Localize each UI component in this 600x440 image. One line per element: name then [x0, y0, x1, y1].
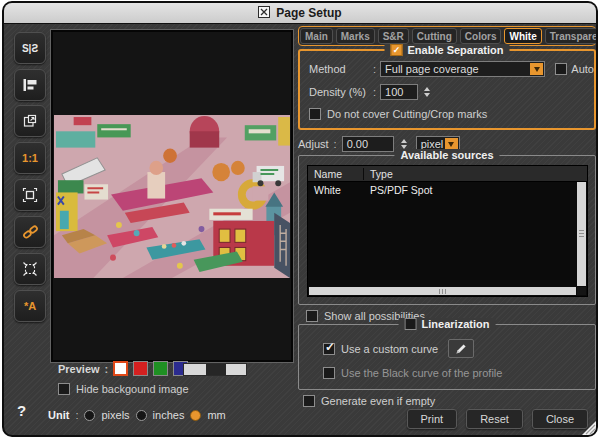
window-title: Page Setup	[276, 6, 341, 20]
tone-seg-3	[216, 364, 226, 375]
preview-label: Preview	[58, 363, 100, 375]
available-sources-group: Available sources Name Type White PS/PDF…	[298, 155, 596, 305]
preview-tone-strip[interactable]	[183, 363, 247, 376]
mirror-icon[interactable]: S|Ƨ	[14, 32, 46, 64]
method-row: Method : Full page coverage Auto	[309, 61, 594, 77]
density-label: Density (%)	[309, 86, 369, 98]
black-curve-row: Use the Black curve of the profile	[323, 367, 595, 379]
custom-curve-label[interactable]: Use a custom curve	[341, 343, 438, 355]
separation-legend: Enable Separation	[385, 44, 510, 56]
preview-panel	[50, 29, 294, 363]
tab-transparent[interactable]: Transparent	[545, 28, 598, 44]
preview-controls: Preview :	[58, 361, 188, 376]
adjust-colon: :	[334, 138, 337, 150]
title-bar[interactable]: Page Setup	[4, 3, 596, 24]
no-cover-row: Do not cover Cutting/Crop marks	[309, 108, 594, 120]
tab-cutting[interactable]: Cutting	[412, 28, 457, 44]
tab-white[interactable]: White	[504, 28, 541, 44]
one-to-one-icon[interactable]: 1:1	[14, 142, 46, 174]
generate-label[interactable]: Generate even if empty	[321, 395, 435, 407]
density-value: 100	[385, 86, 403, 98]
custom-curve-checkbox[interactable]	[323, 343, 335, 355]
auto-label[interactable]: Auto	[571, 63, 594, 75]
text-style-icon[interactable]: *A	[14, 290, 46, 322]
one-to-one-glyph: 1:1	[22, 152, 38, 164]
link-icon[interactable]	[14, 216, 46, 248]
align-left-icon[interactable]	[14, 69, 46, 101]
unit-option-mm[interactable]: mm	[207, 409, 225, 421]
swatch-white[interactable]	[113, 361, 128, 376]
dialog-content: S|Ƨ 1:1 *A	[4, 24, 596, 435]
black-curve-label[interactable]: Use the Black curve of the profile	[341, 367, 502, 379]
column-name[interactable]: Name	[308, 168, 364, 180]
close-button[interactable]: Close	[532, 409, 588, 429]
export-icon[interactable]	[14, 105, 46, 137]
scrollbar-corner	[577, 287, 586, 295]
separation-group: Enable Separation Method : Full page cov…	[298, 49, 596, 130]
sources-table-header: Name Type	[308, 166, 587, 182]
hide-background-checkbox[interactable]	[58, 383, 70, 395]
sources-table: Name Type White PS/PDF Spot	[307, 165, 588, 297]
reset-button[interactable]: Reset	[466, 409, 523, 429]
fit-page-icon[interactable]	[14, 179, 46, 211]
column-type[interactable]: Type	[364, 168, 393, 180]
linearization-checkbox[interactable]	[405, 318, 417, 330]
unit-radio-mm[interactable]	[190, 410, 201, 421]
row-type: PS/PDF Spot	[364, 184, 432, 196]
unit-radio-inches[interactable]	[136, 410, 147, 421]
tab-bar: Main Marks S&R Cutting Colors White Tran…	[298, 26, 596, 46]
adjust-value: 0.00	[347, 138, 368, 150]
swatch-red[interactable]	[133, 361, 148, 376]
density-input[interactable]: 100	[380, 84, 418, 100]
unit-label: Unit	[48, 409, 69, 421]
generate-checkbox[interactable]	[303, 395, 315, 407]
generate-row: Generate even if empty	[303, 395, 435, 407]
footer-buttons: Print Reset Close	[407, 409, 589, 429]
show-all-checkbox[interactable]	[306, 310, 318, 322]
adjust-input[interactable]: 0.00	[342, 136, 394, 152]
density-down-icon[interactable]	[424, 93, 430, 97]
table-row[interactable]: White PS/PDF Spot	[308, 182, 587, 197]
available-sources-legend: Available sources	[394, 149, 499, 161]
linearization-label[interactable]: Linearization	[422, 318, 490, 330]
auto-checkbox[interactable]	[555, 63, 567, 75]
tab-sr[interactable]: S&R	[378, 28, 409, 44]
black-curve-checkbox[interactable]	[323, 367, 335, 379]
method-select[interactable]: Full page coverage	[380, 61, 545, 77]
resize-grip[interactable]	[582, 421, 596, 435]
edit-curve-button[interactable]	[448, 339, 474, 358]
enable-separation-label[interactable]: Enable Separation	[408, 44, 504, 56]
adjust-label: Adjust	[298, 138, 329, 150]
horizontal-scrollbar[interactable]	[309, 287, 576, 295]
no-cover-checkbox[interactable]	[309, 108, 321, 120]
hide-background-label[interactable]: Hide backgound image	[76, 383, 189, 395]
adjust-stepper[interactable]	[401, 139, 407, 149]
density-stepper[interactable]	[424, 87, 430, 97]
density-up-icon[interactable]	[424, 87, 430, 91]
density-colon: :	[373, 86, 376, 98]
row-name: White	[308, 184, 364, 196]
expand-icon[interactable]	[14, 253, 46, 285]
tab-main[interactable]: Main	[300, 28, 333, 44]
adjust-up-icon[interactable]	[401, 139, 407, 143]
method-colon: :	[373, 63, 376, 75]
help-button[interactable]: ?	[17, 402, 26, 419]
text-style-glyph: *A	[24, 300, 36, 312]
vertical-scrollbar[interactable]	[577, 182, 586, 286]
tab-colors[interactable]: Colors	[460, 28, 502, 44]
unit-radio-pixels[interactable]	[84, 410, 95, 421]
preview-colon: :	[105, 363, 109, 375]
linearization-group: Linearization Use a custom curve Use the…	[298, 324, 596, 390]
link-glyph	[22, 224, 39, 241]
tone-seg-4	[226, 364, 246, 375]
print-button[interactable]: Print	[407, 409, 458, 429]
enable-separation-checkbox[interactable]	[391, 44, 403, 56]
no-cover-label[interactable]: Do not cover Cutting/Crop marks	[327, 108, 487, 120]
swatch-green[interactable]	[153, 361, 168, 376]
method-dropdown-arrow-icon[interactable]	[530, 63, 543, 75]
unit-option-pixels[interactable]: pixels	[101, 409, 129, 421]
unit-option-inches[interactable]: inches	[153, 409, 185, 421]
tab-marks[interactable]: Marks	[336, 28, 375, 44]
custom-curve-row: Use a custom curve	[323, 339, 595, 358]
preview-image	[54, 115, 290, 278]
